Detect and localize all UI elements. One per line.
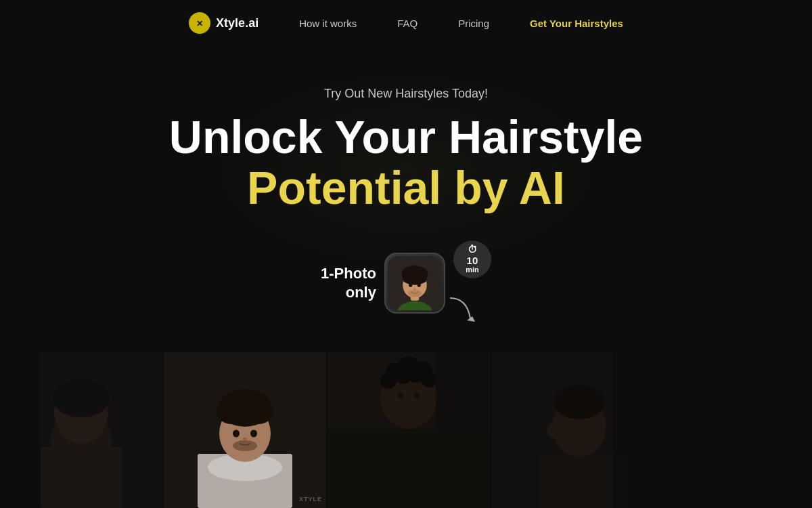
avatar-face-svg: [388, 256, 442, 310]
svg-point-15: [420, 271, 426, 277]
svg-rect-56: [328, 431, 490, 508]
gallery-photo-far-left: [0, 352, 162, 508]
svg-rect-63: [613, 352, 654, 508]
logo-text: Xtyle.ai: [216, 16, 258, 30]
gallery-panel-center: XTYLE: [164, 352, 326, 508]
hero-subtitle: Try Out New Hairstyles Today!: [324, 87, 488, 101]
time-badge: ⏱ 10 min: [453, 240, 491, 278]
arrow-curve: [447, 295, 480, 326]
gallery-panel-right-bottom: [328, 429, 490, 508]
gallery-photo-center: XTYLE: [164, 352, 326, 508]
hero-title-line1: Unlock Your Hairstyle: [169, 112, 643, 163]
gallery-panel-far-left: [0, 352, 162, 508]
hero-title-line2: Potential by AI: [169, 163, 643, 213]
logo-icon: ✕: [189, 12, 210, 34]
nav-pricing[interactable]: Pricing: [458, 18, 489, 29]
photo-area: 1-Photo only: [321, 240, 491, 326]
photo-label: 1-Photo only: [321, 264, 376, 303]
gallery-photo-right-top: [328, 352, 490, 429]
svg-rect-54: [436, 352, 490, 429]
nav-get-hairstyles[interactable]: Get Your Hairstyles: [530, 18, 623, 29]
svg-point-9: [417, 283, 420, 287]
svg-marker-17: [467, 316, 475, 322]
time-unit: min: [466, 266, 479, 274]
gallery-right-panels: [328, 352, 490, 508]
svg-rect-40: [164, 352, 326, 508]
svg-point-16: [403, 272, 409, 278]
gallery-section: XTYLE: [0, 352, 812, 508]
svg-text:XTYLE: XTYLE: [299, 496, 322, 503]
gallery-panel-far-right: [491, 352, 654, 508]
nav-how-it-works[interactable]: How it works: [299, 18, 357, 29]
hero-section: Try Out New Hairstyles Today! Unlock You…: [0, 46, 812, 326]
gallery-panel-right-top: [328, 352, 490, 429]
navbar: ✕ Xtyle.ai How it works FAQ Pricing Get …: [0, 0, 812, 46]
logo-link[interactable]: ✕ Xtyle.ai: [189, 12, 258, 34]
time-icon: ⏱: [468, 244, 477, 255]
time-value: 10: [467, 255, 478, 266]
hero-title: Unlock Your Hairstyle Potential by AI: [169, 112, 643, 213]
gallery-photo-far-right: [491, 352, 654, 508]
avatar-photo: [384, 253, 445, 314]
gallery-photo-right-bottom: [328, 431, 490, 508]
svg-point-11: [407, 290, 422, 297]
svg-text:✕: ✕: [196, 19, 203, 28]
svg-point-8: [409, 283, 412, 287]
nav-faq[interactable]: FAQ: [397, 18, 418, 29]
svg-rect-26: [0, 352, 41, 508]
